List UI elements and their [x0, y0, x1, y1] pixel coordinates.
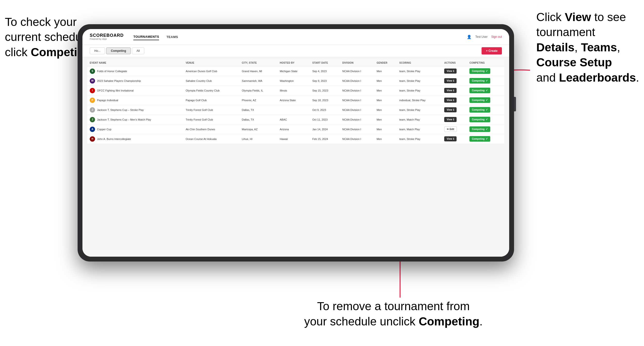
check-icon: ✓ [486, 128, 488, 131]
competing-cell: Competing ✓ [467, 105, 504, 115]
event-name: Copper Cup [97, 128, 111, 131]
actions-cell: View ℹ [442, 86, 467, 95]
scoring-cell: team, Stroke Play [397, 66, 442, 76]
view-button[interactable]: View ℹ [444, 68, 456, 74]
competing-cell: Competing ✓ [467, 76, 504, 86]
logo-title: SCOREBOARD [90, 33, 124, 38]
actions-cell: ✏ Edit [442, 125, 467, 134]
division-cell: NCAA Division I [340, 115, 374, 125]
view-button[interactable]: View ℹ [444, 107, 456, 112]
actions-cell: View ℹ [442, 95, 467, 105]
nav-tournaments[interactable]: TOURNAMENTS [133, 34, 159, 40]
start-date-cell: Sep 15, 2023 [310, 86, 340, 95]
view-button[interactable]: View ℹ [444, 88, 456, 93]
nav-teams[interactable]: TEAMS [166, 34, 178, 40]
event-name-cell: I OFCC Fighting Illini Invitational [87, 86, 183, 95]
scoring-cell: team, Stroke Play [397, 76, 442, 86]
venue-cell: Ocean Course At Hokuala [183, 134, 240, 144]
sign-out-link[interactable]: Sign out [491, 35, 502, 38]
competing-badge[interactable]: Competing ✓ [470, 136, 490, 142]
col-scoring: SCORING [397, 60, 442, 66]
check-icon: ✓ [486, 108, 488, 111]
venue-cell: Ak-Chin Southern Dunes [183, 125, 240, 134]
gender-cell: Men [374, 115, 397, 125]
competing-badge[interactable]: Competing ✓ [470, 126, 490, 132]
division-cell: NCAA Division I [340, 105, 374, 115]
event-name-cell: J Jackson T. Stephens Cup – Stroke Play [87, 105, 183, 115]
annotation-bottom: To remove a tournament from your schedul… [304, 299, 482, 329]
event-name: 2023 Sahalee Players Championship [97, 79, 141, 82]
event-name-cell: J Jackson T. Stephens Cup – Men's Match … [87, 115, 183, 125]
check-icon: ✓ [486, 118, 488, 121]
hosted-by-cell: Arizona State [278, 95, 310, 105]
gender-cell: Men [374, 66, 397, 76]
city-state-cell: Dallas, TX [239, 105, 277, 115]
scoreboard-logo: SCOREBOARD Powered by clippi [90, 33, 124, 40]
tablet-frame: SCOREBOARD Powered by clippi TOURNAMENTS… [78, 24, 514, 262]
division-cell: NCAA Division I [340, 86, 374, 95]
gender-cell: Men [374, 76, 397, 86]
team-logo: H [90, 136, 95, 142]
gender-cell: Men [374, 125, 397, 134]
hosted-by-cell: Washington [278, 76, 310, 86]
event-name: Jackson T. Stephens Cup – Stroke Play [97, 109, 144, 111]
view-button[interactable]: View ℹ [444, 98, 456, 103]
team-logo: J [90, 107, 95, 113]
scoring-cell: individual, Stroke Play [397, 95, 442, 105]
table-header-row: EVENT NAME VENUE CITY, STATE HOSTED BY S… [87, 60, 504, 66]
competing-cell: Competing ✓ [467, 86, 504, 95]
start-date-cell: Sep 4, 2023 [310, 66, 340, 76]
event-name-cell: H John A. Burns Intercollegiate [87, 134, 183, 144]
team-logo: I [90, 88, 95, 93]
team-logo: S [90, 68, 95, 74]
city-state-cell: Sammamish, WA [239, 76, 277, 86]
tab-all[interactable]: All [132, 47, 144, 54]
nav-links: TOURNAMENTS TEAMS [133, 34, 178, 40]
event-name: John A. Burns Intercollegiate [97, 138, 131, 141]
actions-cell: View ℹ [442, 115, 467, 125]
division-cell: NCAA Division I [340, 125, 374, 134]
view-button[interactable]: View ℹ [444, 78, 456, 83]
tab-competing[interactable]: Competing [106, 47, 131, 54]
division-cell: NCAA Division I [340, 76, 374, 86]
event-name-cell: W 2023 Sahalee Players Championship [87, 76, 183, 86]
col-venue: VENUE [183, 60, 240, 66]
view-button[interactable]: View ℹ [444, 136, 456, 141]
annotation-top-right: Click View to see tournament Details, Te… [536, 10, 639, 85]
competing-badge[interactable]: Competing ✓ [470, 68, 490, 74]
hosted-by-cell: Hawaii [278, 134, 310, 144]
actions-cell: View ℹ [442, 105, 467, 115]
scoring-cell: team, Match Play [397, 115, 442, 125]
competing-cell: Competing ✓ [467, 134, 504, 144]
tab-home[interactable]: Ho... [90, 47, 105, 54]
event-name-cell: A Copper Cup [87, 125, 183, 134]
competing-badge[interactable]: Competing ✓ [470, 78, 490, 84]
team-logo: P [90, 98, 95, 103]
col-event-name: EVENT NAME [87, 60, 183, 66]
actions-cell: View ℹ [442, 76, 467, 86]
hosted-by-cell: Michigan State [278, 66, 310, 76]
tablet-screen: SCOREBOARD Powered by clippi TOURNAMENTS… [82, 29, 509, 257]
city-state-cell: Maricopa, AZ [239, 125, 277, 134]
competing-badge[interactable]: Competing ✓ [470, 97, 490, 103]
competing-badge[interactable]: Competing ✓ [470, 117, 490, 122]
table-row: A Copper Cup Ak-Chin Southern Dunes Mari… [87, 125, 504, 134]
edit-button[interactable]: ✏ Edit [444, 126, 457, 132]
city-state-cell: Grand Haven, MI [239, 66, 277, 76]
check-icon: ✓ [486, 137, 488, 141]
city-state-cell: Olympia Fields, IL [239, 86, 277, 95]
col-hosted-by: HOSTED BY [278, 60, 310, 66]
team-logo: A [90, 127, 95, 132]
event-name: Folds of Honor Collegiate [97, 70, 127, 73]
actions-cell: View ℹ [442, 66, 467, 76]
hosted-by-cell: Arizona [278, 125, 310, 134]
table-row: W 2023 Sahalee Players Championship Saha… [87, 76, 504, 86]
venue-cell: Trinity Forest Golf Club [183, 105, 240, 115]
check-icon: ✓ [486, 99, 488, 102]
view-button[interactable]: View ℹ [444, 117, 456, 122]
competing-badge[interactable]: Competing ✓ [470, 88, 490, 93]
sub-header: Ho... Competing All + Create [82, 45, 509, 57]
col-division: DIVISION [340, 60, 374, 66]
create-button[interactable]: + Create [482, 47, 502, 54]
competing-badge[interactable]: Competing ✓ [470, 107, 490, 113]
